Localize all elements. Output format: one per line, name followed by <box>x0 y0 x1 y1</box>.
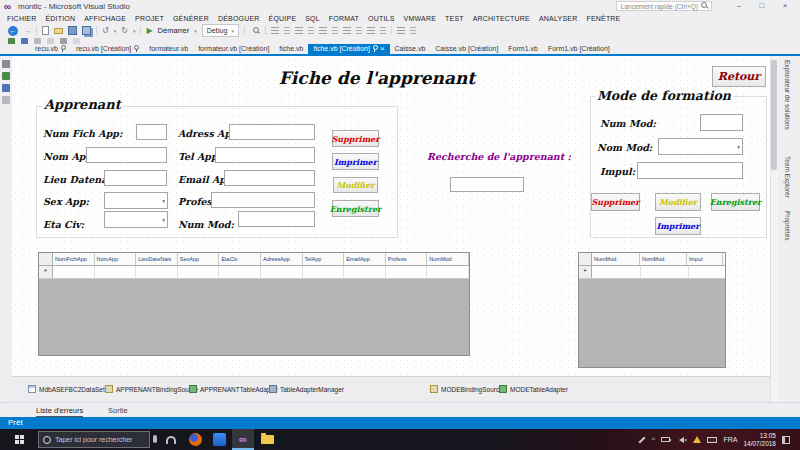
menu-item-0[interactable]: FICHIER <box>7 15 36 22</box>
recherche-apprenant-input[interactable] <box>450 177 524 192</box>
save-all-icon[interactable] <box>82 26 91 35</box>
mode-enregistrer-button[interactable]: Enregistrer <box>711 193 760 211</box>
column-header[interactable]: EtaCiv <box>219 253 261 265</box>
mode-grid[interactable]: NumMod NomMod Impul * <box>578 252 726 368</box>
lieu-datenaiss-input[interactable] <box>104 170 167 186</box>
column-header[interactable]: NomApp <box>95 253 137 265</box>
tab-recu-vb-creation[interactable]: recu.vb [Création] <box>71 44 144 54</box>
solution-configuration-select[interactable]: Debug ▾ <box>202 24 239 37</box>
num-mod-input[interactable] <box>238 211 315 227</box>
menu-item-7[interactable]: SQL <box>305 15 320 22</box>
navigate-back-icon[interactable]: ← <box>8 26 18 36</box>
pin-icon[interactable] <box>60 45 66 53</box>
keyboard-icon[interactable] <box>707 437 717 443</box>
tab-formateur-vb[interactable]: formateur.vb <box>144 44 193 54</box>
redo-icon[interactable]: ↻ <box>121 26 128 36</box>
language-indicator[interactable]: FRA <box>723 436 737 443</box>
menu-item-2[interactable]: AFFICHAGE <box>84 15 126 22</box>
data-sources-icon[interactable] <box>2 72 10 80</box>
tray-item-tableadapter-manager[interactable]: TableAdapterManager <box>269 385 344 393</box>
retour-button[interactable]: Retour <box>712 66 766 87</box>
tray-item-mode-bindingsource[interactable]: MODEBindingSource <box>430 385 503 393</box>
document-outline-icon[interactable] <box>2 96 10 104</box>
num-fich-app-input[interactable] <box>136 124 167 140</box>
mode-modifier-button[interactable]: Modifier <box>655 193 701 211</box>
column-header[interactable]: TelApp <box>303 253 345 265</box>
grid-new-row[interactable]: * <box>579 266 725 279</box>
email-app-input[interactable] <box>224 170 315 186</box>
adress-app-input[interactable] <box>229 124 315 140</box>
scrollbar-thumb[interactable] <box>771 60 777 170</box>
menu-item-12[interactable]: ARCHITECTURE <box>473 15 530 22</box>
menu-item-9[interactable]: OUTILS <box>368 15 394 22</box>
pen-icon[interactable] <box>638 436 645 443</box>
menu-item-5[interactable]: DÉBOGUER <box>218 15 260 22</box>
new-file-icon[interactable] <box>42 26 49 35</box>
tab-liste-erreurs[interactable]: Liste d'erreurs <box>36 406 83 417</box>
open-file-icon[interactable] <box>54 28 63 34</box>
menu-item-14[interactable]: FENÊTRE <box>586 15 620 22</box>
horizontal-spacing-icon[interactable] <box>367 27 375 34</box>
taskbar-app-visual-studio[interactable]: ∞ <box>232 429 254 450</box>
warning-icon[interactable] <box>693 436 701 443</box>
sidebar-tab-solution-explorer[interactable]: Explorateur de solutions <box>784 60 791 130</box>
taskbar-app-browser[interactable] <box>184 429 206 450</box>
column-header[interactable]: Impul <box>687 253 723 265</box>
send-to-back-icon[interactable] <box>410 27 416 34</box>
column-header[interactable]: SexApp <box>178 253 220 265</box>
apprenant-imprimer-button[interactable]: Imprimer <box>332 153 379 170</box>
quick-launch-input[interactable]: Lancement rapide (Ctrl+Q) <box>616 1 712 11</box>
mode-supprimer-button[interactable]: Supprimer <box>591 193 640 211</box>
column-header[interactable]: EmailApp <box>344 253 386 265</box>
taskbar-app-blue[interactable] <box>208 429 230 450</box>
navigate-forward-icon[interactable]: → <box>23 26 31 36</box>
tab-sortie[interactable]: Sortie <box>108 406 128 415</box>
toolbox-icon[interactable] <box>2 60 10 68</box>
taskbar-app-headset[interactable] <box>160 429 182 450</box>
mode-impul-input[interactable] <box>637 162 743 179</box>
column-header[interactable]: NomMod <box>640 253 687 265</box>
make-same-width-icon[interactable] <box>343 27 351 34</box>
tel-app-input[interactable] <box>215 147 315 163</box>
taskbar-search-input[interactable]: Taper ici pour rechercher <box>38 431 150 448</box>
redo-dropdown-icon[interactable]: ▾ <box>133 28 136 34</box>
align-top-icon[interactable] <box>308 27 314 34</box>
start-debug-label[interactable]: Démarrer <box>158 26 190 35</box>
align-right-icon[interactable] <box>295 27 303 34</box>
align-left-icon[interactable] <box>271 27 279 34</box>
pin-icon[interactable] <box>133 45 139 53</box>
sidebar-tab-properties[interactable]: Propriétés <box>784 211 791 241</box>
row-selector-header[interactable] <box>39 253 53 265</box>
tray-item-dataset[interactable]: MdbASEFBC2DataSet <box>28 385 105 393</box>
close-button[interactable]: × <box>776 0 794 12</box>
nom-app-input[interactable] <box>86 147 167 163</box>
action-center-icon[interactable] <box>782 436 790 444</box>
sidebar-tab-team-explorer[interactable]: Team Explorer <box>784 156 791 198</box>
column-header[interactable]: Profess <box>386 253 428 265</box>
microphone-icon[interactable] <box>153 435 157 443</box>
tab-form1-vb[interactable]: Form1.vb <box>503 44 543 54</box>
tray-item-apprenant-tableadapter[interactable]: APPRENANTTableAdapter <box>189 385 278 393</box>
start-debug-icon[interactable]: ▶ <box>146 26 152 36</box>
start-dropdown-icon[interactable]: ▾ <box>194 28 197 34</box>
tab-formateur-vb-creation[interactable]: formateur.vb [Création] <box>193 44 274 54</box>
close-tab-icon[interactable]: × <box>380 45 385 53</box>
save-icon[interactable] <box>68 26 77 35</box>
tray-item-mode-tableadapter[interactable]: MODETableAdapter <box>499 385 568 393</box>
mode-imprimer-button[interactable]: Imprimer <box>655 217 701 235</box>
menu-item-11[interactable]: TEST <box>445 15 464 22</box>
menu-item-13[interactable]: ANALYSER <box>539 15 577 22</box>
tab-caisse-vb[interactable]: Caisse.vb <box>390 44 431 54</box>
minimize-button[interactable]: – <box>730 0 748 12</box>
eta-civ-combobox[interactable]: ▾ <box>104 211 168 228</box>
menu-item-4[interactable]: GÉNÉRER <box>173 15 209 22</box>
apprenant-modifier-button[interactable]: Modifier <box>333 177 378 193</box>
menu-item-8[interactable]: FORMAT <box>329 15 359 22</box>
tab-fiche-vb-creation-active[interactable]: fiche.vb [Création] × <box>308 44 389 54</box>
menu-item-1[interactable]: ÉDITION <box>45 15 75 22</box>
tray-item-apprenant-bindingsource[interactable]: APPRENANTBindingSource <box>105 385 198 393</box>
apprenant-enregistrer-button[interactable]: Enregistrer <box>332 200 379 217</box>
pin-icon[interactable] <box>372 45 378 53</box>
tab-recu-vb[interactable]: recu.vb <box>30 44 71 54</box>
align-center-icon[interactable] <box>284 27 290 34</box>
